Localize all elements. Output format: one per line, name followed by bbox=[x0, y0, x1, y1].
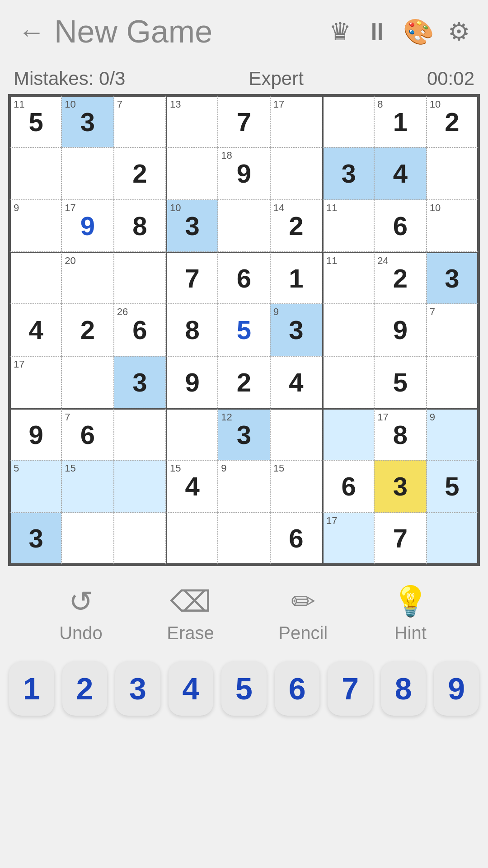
palette-icon[interactable]: 🎨 bbox=[403, 17, 434, 47]
numpad-5-button[interactable]: 5 bbox=[221, 661, 267, 716]
cell[interactable]: 17 bbox=[9, 356, 61, 408]
cell[interactable]: 11 bbox=[322, 252, 374, 304]
cell[interactable]: 7 bbox=[114, 95, 166, 147]
cell[interactable]: 2 bbox=[218, 356, 270, 408]
cell[interactable]: 81 bbox=[374, 95, 426, 147]
cell[interactable]: 3 bbox=[322, 147, 374, 199]
cell[interactable] bbox=[166, 147, 218, 199]
cell[interactable]: 7 bbox=[218, 95, 270, 147]
cell[interactable]: 11 bbox=[322, 200, 374, 252]
cell[interactable]: 3 bbox=[374, 460, 426, 512]
cell[interactable]: 9 bbox=[427, 408, 479, 460]
cell[interactable]: 4 bbox=[374, 147, 426, 199]
cell[interactable]: 8 bbox=[114, 200, 166, 252]
numpad-1-button[interactable]: 1 bbox=[9, 661, 54, 716]
cell[interactable] bbox=[166, 408, 218, 460]
cell[interactable]: 17 bbox=[270, 95, 322, 147]
cell[interactable]: 9 bbox=[374, 304, 426, 356]
cell[interactable]: 9 bbox=[218, 460, 270, 512]
cell[interactable] bbox=[114, 252, 166, 304]
cell[interactable] bbox=[322, 304, 374, 356]
cell[interactable]: 5 bbox=[218, 304, 270, 356]
cell[interactable]: 7 bbox=[427, 304, 479, 356]
numpad-6-button[interactable]: 6 bbox=[275, 661, 320, 716]
numpad-7-button[interactable]: 7 bbox=[328, 661, 373, 716]
cell[interactable] bbox=[322, 95, 374, 147]
cell[interactable]: 13 bbox=[166, 95, 218, 147]
cell[interactable]: 2 bbox=[61, 304, 113, 356]
cell[interactable]: 1 bbox=[270, 252, 322, 304]
numpad-4-button[interactable]: 4 bbox=[169, 661, 214, 716]
cell[interactable]: 4 bbox=[9, 304, 61, 356]
cell[interactable]: 178 bbox=[374, 408, 426, 460]
cell[interactable]: 154 bbox=[166, 460, 218, 512]
cell[interactable]: 6 bbox=[374, 200, 426, 252]
cell[interactable]: 102 bbox=[427, 95, 479, 147]
cell[interactable]: 17 bbox=[322, 513, 374, 565]
numpad-2-button[interactable]: 2 bbox=[62, 661, 108, 716]
cell[interactable] bbox=[270, 408, 322, 460]
pencil-button[interactable]: ✏ Pencil bbox=[278, 585, 328, 643]
cell[interactable]: 93 bbox=[270, 304, 322, 356]
cell[interactable] bbox=[114, 513, 166, 565]
cell[interactable]: 7 bbox=[374, 513, 426, 565]
cell[interactable] bbox=[61, 356, 113, 408]
numpad-8-button[interactable]: 8 bbox=[381, 661, 426, 716]
cell[interactable] bbox=[427, 147, 479, 199]
cell[interactable]: 242 bbox=[374, 252, 426, 304]
cell[interactable]: 76 bbox=[61, 408, 113, 460]
cell[interactable]: 10 bbox=[427, 200, 479, 252]
hint-button[interactable]: 💡 Hint bbox=[392, 584, 429, 643]
cell[interactable] bbox=[166, 513, 218, 565]
cell[interactable]: 6 bbox=[322, 460, 374, 512]
cell[interactable]: 3 bbox=[114, 356, 166, 408]
cell[interactable]: 179 bbox=[61, 200, 113, 252]
erase-button[interactable]: ⌫ Erase bbox=[167, 585, 214, 643]
cell[interactable] bbox=[114, 460, 166, 512]
cell[interactable] bbox=[270, 147, 322, 199]
cell[interactable]: 9 bbox=[9, 408, 61, 460]
cell[interactable]: 103 bbox=[61, 95, 113, 147]
cell[interactable]: 15 bbox=[270, 460, 322, 512]
corner-number: 8 bbox=[377, 99, 383, 110]
cell[interactable]: 9 bbox=[9, 200, 61, 252]
cell[interactable] bbox=[114, 408, 166, 460]
cell[interactable]: 189 bbox=[218, 147, 270, 199]
cell[interactable] bbox=[427, 513, 479, 565]
cell[interactable]: 3 bbox=[427, 252, 479, 304]
numpad-9-button[interactable]: 9 bbox=[434, 661, 479, 716]
cell[interactable]: 15 bbox=[61, 460, 113, 512]
cell[interactable]: 5 bbox=[9, 460, 61, 512]
cell[interactable]: 123 bbox=[218, 408, 270, 460]
numpad-3-button[interactable]: 3 bbox=[115, 661, 160, 716]
cell[interactable] bbox=[9, 147, 61, 199]
cell[interactable]: 3 bbox=[9, 513, 61, 565]
cell[interactable] bbox=[322, 408, 374, 460]
cell[interactable] bbox=[61, 147, 113, 199]
cell[interactable] bbox=[427, 356, 479, 408]
cell[interactable]: 20 bbox=[61, 252, 113, 304]
undo-button[interactable]: ↺ Undo bbox=[59, 585, 103, 643]
back-button[interactable]: ← bbox=[18, 16, 45, 47]
crown-icon[interactable]: ♛ bbox=[329, 17, 351, 46]
cell[interactable]: 2 bbox=[114, 147, 166, 199]
cell[interactable]: 6 bbox=[270, 513, 322, 565]
settings-icon[interactable]: ⚙ bbox=[448, 17, 470, 46]
cell[interactable]: 5 bbox=[427, 460, 479, 512]
cell[interactable]: 115 bbox=[9, 95, 61, 147]
cell[interactable] bbox=[218, 200, 270, 252]
cell[interactable]: 266 bbox=[114, 304, 166, 356]
cell[interactable]: 7 bbox=[166, 252, 218, 304]
pause-icon[interactable]: ⏸ bbox=[365, 17, 389, 46]
cell[interactable] bbox=[9, 252, 61, 304]
cell[interactable]: 142 bbox=[270, 200, 322, 252]
cell[interactable]: 9 bbox=[166, 356, 218, 408]
cell[interactable]: 8 bbox=[166, 304, 218, 356]
cell[interactable] bbox=[218, 513, 270, 565]
cell[interactable]: 5 bbox=[374, 356, 426, 408]
cell[interactable] bbox=[322, 356, 374, 408]
cell[interactable]: 4 bbox=[270, 356, 322, 408]
cell[interactable]: 6 bbox=[218, 252, 270, 304]
cell[interactable]: 103 bbox=[166, 200, 218, 252]
cell[interactable] bbox=[61, 513, 113, 565]
